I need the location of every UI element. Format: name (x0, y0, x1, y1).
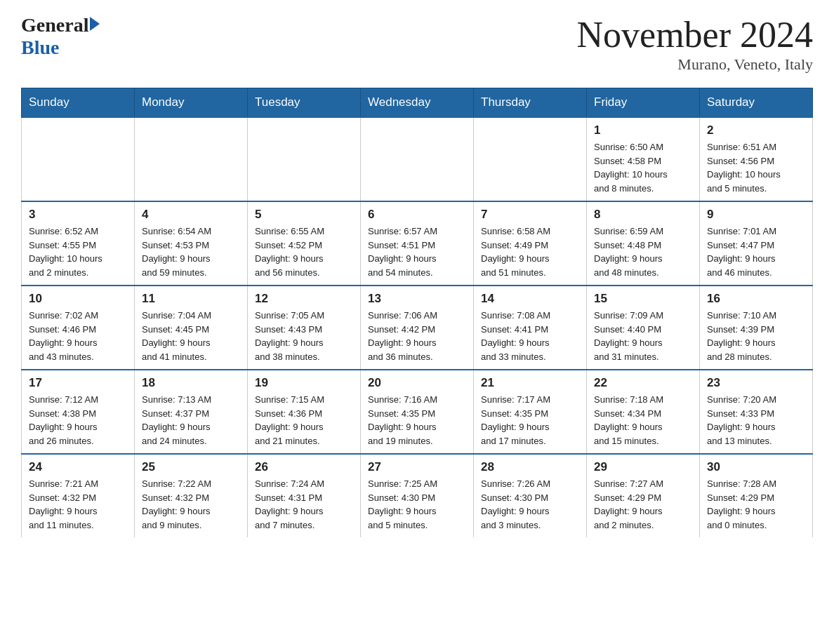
column-header-thursday: Thursday (474, 88, 587, 118)
day-info: Sunrise: 7:24 AM Sunset: 4:31 PM Dayligh… (255, 477, 353, 532)
column-header-sunday: Sunday (22, 88, 135, 118)
calendar-table: SundayMondayTuesdayWednesdayThursdayFrid… (21, 88, 813, 537)
calendar-week-row: 3Sunrise: 6:52 AM Sunset: 4:55 PM Daylig… (22, 201, 813, 286)
day-info: Sunrise: 6:57 AM Sunset: 4:51 PM Dayligh… (368, 224, 466, 279)
day-number: 12 (255, 292, 353, 306)
calendar-cell (248, 117, 361, 201)
day-info: Sunrise: 7:04 AM Sunset: 4:45 PM Dayligh… (142, 309, 240, 363)
calendar-cell: 17Sunrise: 7:12 AM Sunset: 4:38 PM Dayli… (22, 370, 135, 454)
day-number: 22 (594, 376, 692, 390)
day-number: 3 (29, 208, 127, 222)
calendar-cell: 30Sunrise: 7:28 AM Sunset: 4:29 PM Dayli… (700, 454, 813, 537)
day-info: Sunrise: 7:10 AM Sunset: 4:39 PM Dayligh… (707, 309, 805, 363)
day-info: Sunrise: 7:09 AM Sunset: 4:40 PM Dayligh… (594, 309, 692, 363)
calendar-cell: 28Sunrise: 7:26 AM Sunset: 4:30 PM Dayli… (474, 454, 587, 537)
day-info: Sunrise: 7:25 AM Sunset: 4:30 PM Dayligh… (368, 477, 466, 532)
logo-triangle-icon (90, 17, 100, 31)
day-info: Sunrise: 7:20 AM Sunset: 4:33 PM Dayligh… (707, 393, 805, 448)
calendar-week-row: 10Sunrise: 7:02 AM Sunset: 4:46 PM Dayli… (22, 286, 813, 370)
day-number: 9 (707, 208, 805, 222)
day-number: 4 (142, 208, 240, 222)
page-header: General Blue November 2024 Murano, Venet… (21, 14, 813, 74)
calendar-cell (361, 117, 474, 201)
day-number: 18 (142, 376, 240, 390)
day-info: Sunrise: 7:13 AM Sunset: 4:37 PM Dayligh… (142, 393, 240, 448)
calendar-cell: 16Sunrise: 7:10 AM Sunset: 4:39 PM Dayli… (700, 286, 813, 370)
day-info: Sunrise: 7:27 AM Sunset: 4:29 PM Dayligh… (594, 477, 692, 532)
day-number: 8 (594, 208, 692, 222)
day-number: 20 (368, 376, 466, 390)
day-info: Sunrise: 6:58 AM Sunset: 4:49 PM Dayligh… (481, 224, 579, 279)
calendar-cell: 6Sunrise: 6:57 AM Sunset: 4:51 PM Daylig… (361, 201, 474, 286)
day-info: Sunrise: 6:52 AM Sunset: 4:55 PM Dayligh… (29, 224, 127, 279)
calendar-cell: 7Sunrise: 6:58 AM Sunset: 4:49 PM Daylig… (474, 201, 587, 286)
day-info: Sunrise: 7:02 AM Sunset: 4:46 PM Dayligh… (29, 309, 127, 363)
day-number: 29 (594, 460, 692, 474)
day-number: 21 (481, 376, 579, 390)
logo-blue-text: Blue (21, 36, 59, 59)
day-number: 10 (29, 292, 127, 306)
calendar-cell: 22Sunrise: 7:18 AM Sunset: 4:34 PM Dayli… (587, 370, 700, 454)
calendar-cell: 2Sunrise: 6:51 AM Sunset: 4:56 PM Daylig… (700, 117, 813, 201)
day-info: Sunrise: 7:01 AM Sunset: 4:47 PM Dayligh… (707, 224, 805, 279)
day-number: 16 (707, 292, 805, 306)
day-number: 14 (481, 292, 579, 306)
day-number: 23 (707, 376, 805, 390)
day-number: 6 (368, 208, 466, 222)
day-number: 15 (594, 292, 692, 306)
calendar-cell: 5Sunrise: 6:55 AM Sunset: 4:52 PM Daylig… (248, 201, 361, 286)
day-info: Sunrise: 7:12 AM Sunset: 4:38 PM Dayligh… (29, 393, 127, 448)
day-number: 19 (255, 376, 353, 390)
day-number: 13 (368, 292, 466, 306)
calendar-cell: 26Sunrise: 7:24 AM Sunset: 4:31 PM Dayli… (248, 454, 361, 537)
day-number: 5 (255, 208, 353, 222)
day-info: Sunrise: 6:50 AM Sunset: 4:58 PM Dayligh… (594, 140, 692, 195)
day-number: 1 (594, 123, 692, 137)
day-info: Sunrise: 6:51 AM Sunset: 4:56 PM Dayligh… (707, 140, 805, 195)
day-info: Sunrise: 7:26 AM Sunset: 4:30 PM Dayligh… (481, 477, 579, 532)
calendar-cell: 14Sunrise: 7:08 AM Sunset: 4:41 PM Dayli… (474, 286, 587, 370)
calendar-cell: 21Sunrise: 7:17 AM Sunset: 4:35 PM Dayli… (474, 370, 587, 454)
calendar-cell: 11Sunrise: 7:04 AM Sunset: 4:45 PM Dayli… (135, 286, 248, 370)
calendar-cell: 12Sunrise: 7:05 AM Sunset: 4:43 PM Dayli… (248, 286, 361, 370)
calendar-week-row: 17Sunrise: 7:12 AM Sunset: 4:38 PM Dayli… (22, 370, 813, 454)
day-number: 2 (707, 123, 805, 137)
logo-general-text: General (21, 14, 88, 36)
column-header-tuesday: Tuesday (248, 88, 361, 118)
calendar-cell (474, 117, 587, 201)
title-block: November 2024 Murano, Veneto, Italy (577, 14, 813, 74)
calendar-cell: 1Sunrise: 6:50 AM Sunset: 4:58 PM Daylig… (587, 117, 700, 201)
day-number: 26 (255, 460, 353, 474)
day-info: Sunrise: 6:55 AM Sunset: 4:52 PM Dayligh… (255, 224, 353, 279)
calendar-cell: 29Sunrise: 7:27 AM Sunset: 4:29 PM Dayli… (587, 454, 700, 537)
day-number: 17 (29, 376, 127, 390)
day-info: Sunrise: 6:59 AM Sunset: 4:48 PM Dayligh… (594, 224, 692, 279)
calendar-cell: 23Sunrise: 7:20 AM Sunset: 4:33 PM Dayli… (700, 370, 813, 454)
day-info: Sunrise: 7:15 AM Sunset: 4:36 PM Dayligh… (255, 393, 353, 448)
day-info: Sunrise: 7:16 AM Sunset: 4:35 PM Dayligh… (368, 393, 466, 448)
day-number: 11 (142, 292, 240, 306)
calendar-subtitle: Murano, Veneto, Italy (577, 55, 813, 74)
day-number: 7 (481, 208, 579, 222)
calendar-cell: 18Sunrise: 7:13 AM Sunset: 4:37 PM Dayli… (135, 370, 248, 454)
day-info: Sunrise: 7:17 AM Sunset: 4:35 PM Dayligh… (481, 393, 579, 448)
calendar-title: November 2024 (577, 14, 813, 55)
calendar-cell: 4Sunrise: 6:54 AM Sunset: 4:53 PM Daylig… (135, 201, 248, 286)
logo-icon: General Blue (21, 14, 100, 59)
calendar-week-row: 1Sunrise: 6:50 AM Sunset: 4:58 PM Daylig… (22, 117, 813, 201)
calendar-cell (135, 117, 248, 201)
calendar-cell: 9Sunrise: 7:01 AM Sunset: 4:47 PM Daylig… (700, 201, 813, 286)
day-number: 25 (142, 460, 240, 474)
calendar-week-row: 24Sunrise: 7:21 AM Sunset: 4:32 PM Dayli… (22, 454, 813, 537)
calendar-cell: 20Sunrise: 7:16 AM Sunset: 4:35 PM Dayli… (361, 370, 474, 454)
calendar-cell: 27Sunrise: 7:25 AM Sunset: 4:30 PM Dayli… (361, 454, 474, 537)
column-header-saturday: Saturday (700, 88, 813, 118)
day-info: Sunrise: 7:21 AM Sunset: 4:32 PM Dayligh… (29, 477, 127, 532)
calendar-cell: 3Sunrise: 6:52 AM Sunset: 4:55 PM Daylig… (22, 201, 135, 286)
logo: General Blue (21, 14, 100, 59)
day-info: Sunrise: 6:54 AM Sunset: 4:53 PM Dayligh… (142, 224, 240, 279)
calendar-cell: 24Sunrise: 7:21 AM Sunset: 4:32 PM Dayli… (22, 454, 135, 537)
day-info: Sunrise: 7:05 AM Sunset: 4:43 PM Dayligh… (255, 309, 353, 363)
calendar-cell: 25Sunrise: 7:22 AM Sunset: 4:32 PM Dayli… (135, 454, 248, 537)
column-header-monday: Monday (135, 88, 248, 118)
